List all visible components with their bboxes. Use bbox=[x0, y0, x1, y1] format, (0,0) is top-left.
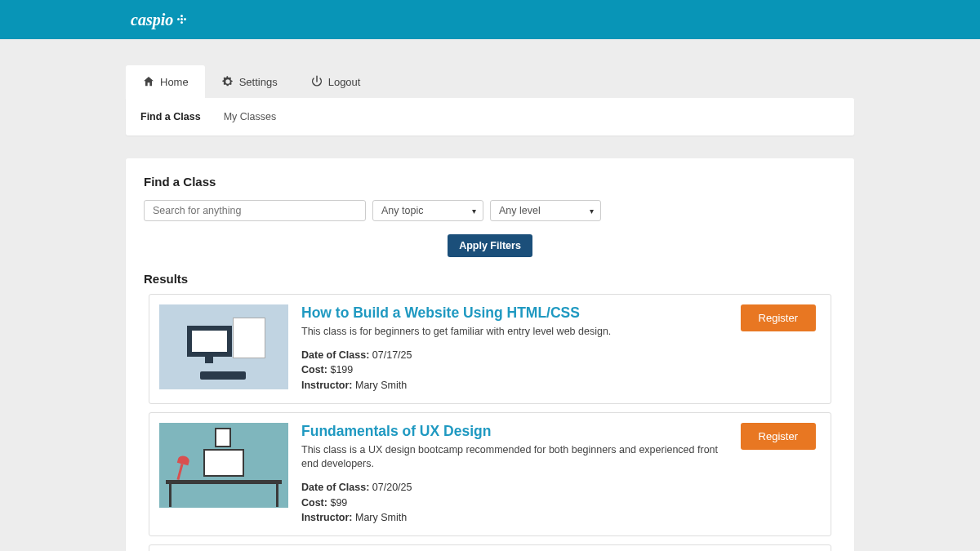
class-meta: Date of Class: 07/20/25 Cost: $99 Instru… bbox=[301, 480, 728, 526]
level-select[interactable]: Any level bbox=[490, 200, 601, 221]
gear-icon bbox=[221, 75, 234, 88]
tab-settings[interactable]: Settings bbox=[205, 65, 294, 98]
results-heading: Results bbox=[144, 272, 836, 286]
class-description: This class is for beginners to get famil… bbox=[301, 325, 728, 340]
brand-text: caspio bbox=[131, 11, 173, 29]
home-icon bbox=[142, 75, 155, 88]
instructor-value: Mary Smith bbox=[355, 380, 407, 391]
date-value: 07/20/25 bbox=[372, 482, 412, 493]
class-title-link[interactable]: How to Build a Website Using HTML/CSS bbox=[301, 304, 728, 322]
find-class-heading: Find a Class bbox=[144, 175, 836, 189]
class-title-link[interactable]: Fundamentals of UX Design bbox=[301, 423, 728, 440]
cost-label: Cost: bbox=[301, 497, 327, 509]
instructor-label: Instructor: bbox=[301, 380, 353, 391]
main-panel: Find a Class Any topic Any level Apply F… bbox=[126, 158, 854, 551]
tab-settings-label: Settings bbox=[239, 76, 278, 88]
main-tabs: Home Settings Logout bbox=[126, 65, 854, 98]
class-card: How to Design Databases with MS SQL Serv… bbox=[149, 544, 831, 551]
instructor-label: Instructor: bbox=[301, 512, 353, 523]
subnav-find-class[interactable]: Find a Class bbox=[140, 111, 201, 122]
tab-home-label: Home bbox=[160, 76, 189, 88]
register-button[interactable]: Register bbox=[741, 423, 816, 450]
brand-dots-icon bbox=[176, 14, 188, 25]
class-description: This class is a UX design bootcamp recom… bbox=[301, 443, 728, 472]
class-card: Fundamentals of UX Design This class is … bbox=[149, 412, 831, 536]
register-button[interactable]: Register bbox=[741, 304, 816, 331]
subnav-my-classes[interactable]: My Classes bbox=[224, 111, 277, 122]
filter-row: Any topic Any level bbox=[144, 200, 836, 221]
search-input[interactable] bbox=[144, 200, 366, 221]
tab-logout-label: Logout bbox=[328, 76, 361, 88]
apply-filters-button[interactable]: Apply Filters bbox=[448, 234, 532, 257]
cost-value: $199 bbox=[330, 364, 353, 375]
power-icon bbox=[310, 75, 323, 88]
cost-value: $99 bbox=[330, 497, 347, 509]
tab-logout[interactable]: Logout bbox=[294, 65, 377, 98]
class-card: How to Build a Website Using HTML/CSS Th… bbox=[149, 294, 831, 404]
class-thumbnail bbox=[159, 423, 288, 508]
top-bar: caspio bbox=[0, 0, 980, 39]
date-label: Date of Class: bbox=[301, 349, 369, 361]
instructor-value: Mary Smith bbox=[355, 512, 407, 523]
topic-select-value: Any topic bbox=[381, 205, 423, 216]
class-thumbnail bbox=[159, 304, 288, 389]
date-value: 07/17/25 bbox=[372, 349, 412, 361]
class-meta: Date of Class: 07/17/25 Cost: $199 Instr… bbox=[301, 348, 728, 393]
tab-home[interactable]: Home bbox=[126, 65, 205, 98]
level-select-value: Any level bbox=[499, 205, 541, 216]
topic-select[interactable]: Any topic bbox=[372, 200, 483, 221]
sub-nav: Find a Class My Classes bbox=[126, 98, 854, 136]
cost-label: Cost: bbox=[301, 364, 327, 375]
date-label: Date of Class: bbox=[301, 482, 369, 493]
brand-logo[interactable]: caspio bbox=[131, 11, 188, 29]
